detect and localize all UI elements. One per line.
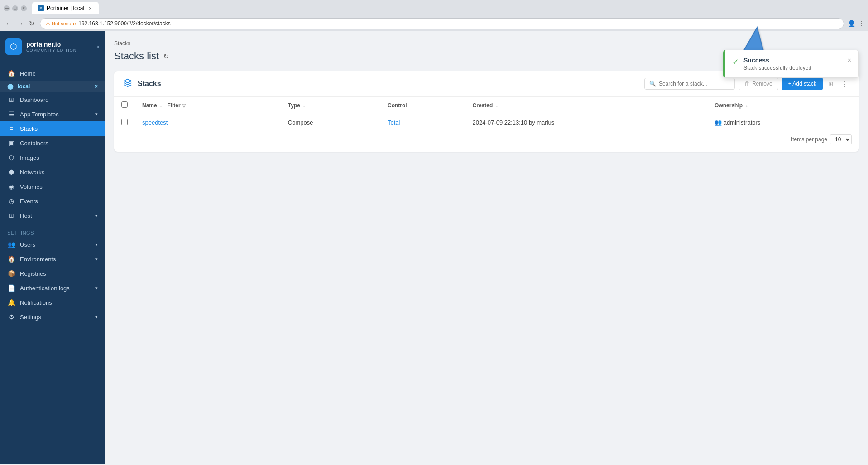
- breadcrumb: Stacks: [114, 40, 859, 47]
- type-column-label: Type: [288, 102, 300, 109]
- minimize-button[interactable]: —: [4, 5, 10, 11]
- ownership-column-label: Ownership: [715, 102, 743, 109]
- sidebar-item-label: Volumes: [20, 183, 43, 190]
- toast-title: Success: [743, 57, 843, 64]
- browser-tab[interactable]: P Portainer | local ×: [32, 2, 99, 14]
- search-icon: 🔍: [649, 81, 656, 87]
- url-bar[interactable]: ⚠ Not secure 192.168.1.152:9000/#/2/dock…: [40, 18, 844, 29]
- sidebar-item-label: Settings: [20, 314, 41, 321]
- row-checkbox-cell: [114, 114, 135, 131]
- env-close-button[interactable]: ×: [95, 83, 98, 90]
- sidebar-item-label: App Templates: [20, 111, 59, 118]
- browser-actions: 👤 ⋮: [848, 20, 864, 27]
- sidebar-item-label: Home: [20, 70, 36, 77]
- logo-text-block: portainer.io Community Edition: [26, 41, 77, 53]
- ownership-sort-icon: ↕: [745, 103, 748, 108]
- remove-button[interactable]: 🗑 Remove: [739, 77, 778, 90]
- maximize-button[interactable]: □: [12, 5, 18, 11]
- chevron-down-icon: ▾: [95, 213, 98, 219]
- sidebar-item-settings[interactable]: ⚙ Settings ▾: [0, 310, 105, 324]
- filter-icon: ▽: [182, 103, 186, 108]
- sidebar-item-app-templates[interactable]: ☰ App Templates ▾: [0, 107, 105, 121]
- search-input[interactable]: [659, 81, 730, 87]
- stack-type: Compose: [288, 119, 313, 126]
- sidebar-collapse-button[interactable]: «: [96, 43, 100, 50]
- toast-close-button[interactable]: ×: [848, 57, 851, 64]
- sidebar-item-notifications[interactable]: 🔔 Notifications: [0, 295, 105, 310]
- add-stack-button[interactable]: + Add stack: [782, 77, 823, 90]
- created-column-label: Created: [473, 102, 493, 109]
- sidebar-item-host[interactable]: ⊞ Host ▾: [0, 208, 105, 223]
- registries-icon: 📦: [7, 270, 15, 277]
- refresh-button[interactable]: ↻: [27, 19, 36, 28]
- grid-view-button[interactable]: ⊞: [826, 78, 835, 89]
- row-name-cell: speedtest: [135, 114, 281, 131]
- close-button[interactable]: ×: [21, 5, 27, 11]
- sidebar-item-auth-logs[interactable]: 📄 Authentication logs ▾: [0, 281, 105, 295]
- stack-created: 2024-07-09 22:13:10 by marius: [473, 119, 555, 126]
- menu-icon: ⋮: [858, 20, 864, 27]
- sidebar-item-images[interactable]: ⬡ Images: [0, 150, 105, 165]
- env-name: local: [18, 83, 30, 90]
- browser-controls: — □ ×: [4, 5, 27, 11]
- remove-label: Remove: [752, 81, 772, 87]
- row-checkbox[interactable]: [121, 119, 128, 125]
- dashboard-icon: ⊞: [7, 96, 15, 103]
- success-toast: ✓ Success Stack successfully deployed ×: [723, 50, 859, 78]
- search-box[interactable]: 🔍: [644, 78, 735, 90]
- toast-check-icon: ✓: [732, 57, 739, 67]
- stacks-table: Name ↕ Filter ▽ Type ↕ Control: [114, 97, 859, 131]
- sidebar-item-containers[interactable]: ▣ Containers: [0, 136, 105, 150]
- sidebar-item-environments[interactable]: 🏠 Environments ▾: [0, 252, 105, 266]
- notifications-icon: 🔔: [7, 299, 15, 306]
- control-column-label: Control: [388, 102, 407, 109]
- settings-icon: ⚙: [7, 313, 15, 321]
- forward-button[interactable]: →: [15, 19, 25, 28]
- sidebar-item-networks[interactable]: ⬢ Networks: [0, 165, 105, 179]
- tab-close-button[interactable]: ×: [87, 5, 93, 11]
- sidebar-item-stacks[interactable]: ≡ Stacks: [0, 121, 105, 136]
- tab-bar: P Portainer | local ×: [32, 2, 864, 14]
- page-refresh-button[interactable]: ↻: [163, 53, 169, 60]
- card-title: Stacks: [138, 80, 639, 88]
- sidebar-item-label: Events: [20, 198, 38, 205]
- page-title: Stacks list: [114, 50, 159, 62]
- security-icon: ⚠ Not secure: [46, 21, 76, 27]
- row-created-cell: 2024-07-09 22:13:10 by marius: [465, 114, 707, 131]
- row-type-cell: Compose: [281, 114, 380, 131]
- select-all-checkbox[interactable]: [121, 101, 128, 108]
- select-all-header: [114, 97, 135, 114]
- settings-section-label: Settings: [0, 226, 105, 237]
- containers-icon: ▣: [7, 139, 15, 147]
- chevron-down-icon: ▾: [95, 285, 98, 291]
- toast-content: Success Stack successfully deployed: [743, 57, 843, 71]
- toast-message: Stack successfully deployed: [743, 65, 843, 71]
- nav-controls: ← → ↻: [4, 19, 36, 28]
- stack-name-link[interactable]: speedtest: [142, 119, 168, 126]
- more-options-button[interactable]: ⋮: [839, 78, 850, 90]
- chevron-down-icon: ▾: [95, 242, 98, 248]
- items-per-page-label: Items per page: [791, 136, 827, 143]
- home-icon: 🏠: [7, 70, 15, 77]
- sidebar-item-users[interactable]: 👥 Users ▾: [0, 237, 105, 252]
- type-sort-icon: ↕: [303, 103, 305, 108]
- sidebar-logo: ⬡ portainer.io Community Edition «: [0, 31, 105, 62]
- address-bar: ← → ↻ ⚠ Not secure 192.168.1.152:9000/#/…: [0, 16, 868, 31]
- logo-text: portainer.io: [26, 41, 77, 48]
- sidebar-item-home[interactable]: 🏠 Home: [0, 66, 105, 81]
- sidebar-item-volumes[interactable]: ◉ Volumes: [0, 179, 105, 194]
- sidebar-item-dashboard[interactable]: ⊞ Dashboard: [0, 92, 105, 107]
- events-icon: ◷: [7, 197, 15, 205]
- type-column-header: Type ↕: [281, 97, 380, 114]
- sidebar-item-registries[interactable]: 📦 Registries: [0, 266, 105, 281]
- back-button[interactable]: ←: [4, 19, 14, 28]
- row-ownership-cell: 👥 administrators: [707, 114, 859, 131]
- table-row: speedtest Compose Total 2024-07-09 22:13…: [114, 114, 859, 131]
- sidebar-item-label: Registries: [20, 270, 46, 277]
- stack-ownership: administrators: [724, 119, 761, 126]
- networks-icon: ⬢: [7, 168, 15, 176]
- sidebar-item-events[interactable]: ◷ Events: [0, 194, 105, 208]
- chevron-down-icon: ▾: [95, 256, 98, 262]
- items-per-page-select[interactable]: 5 10 25 50: [830, 134, 852, 144]
- tab-favicon: P: [38, 5, 44, 11]
